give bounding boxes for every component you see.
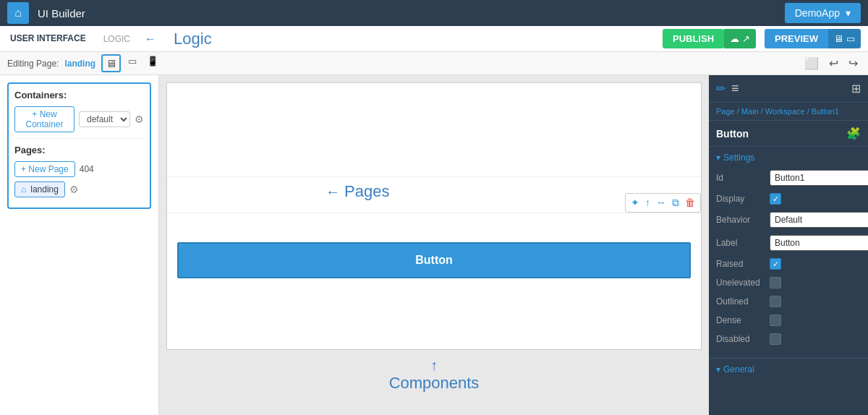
settings-label: Settings xyxy=(723,153,754,163)
setting-behavior-row: Behavior xyxy=(716,212,861,228)
components-annotation-label: Components xyxy=(389,374,480,393)
undo-icon[interactable]: ↩ xyxy=(826,55,841,72)
disabled-checkbox[interactable] xyxy=(770,333,781,345)
tablet-preview-icon[interactable]: ▭ xyxy=(846,33,855,44)
landing-home-icon: ⌂ xyxy=(21,184,26,194)
comp-add-icon[interactable]: ✦ xyxy=(629,195,642,210)
setting-outlined-row: Outlined xyxy=(716,296,861,307)
setting-dense-row: Dense xyxy=(716,315,861,326)
right-panel: ✏ ≡ ⊞ Page / Main / Workspace / Button1 … xyxy=(709,75,868,415)
general-label: General xyxy=(723,364,754,375)
component-toolbar: ✦ ↑ ↔ ⧉ 🗑 xyxy=(625,193,701,213)
outlined-checkbox[interactable] xyxy=(770,296,781,307)
settings-section: ▾ Settings Id Display ✓ Behavior Label xyxy=(709,147,868,358)
raised-check-icon: ✓ xyxy=(773,260,779,269)
panel-containers-pages: Containers: + New Container default ⚙ Pa… xyxy=(7,82,151,209)
new-page-row: + New Page 404 xyxy=(14,161,144,177)
comp-move-icon[interactable]: ↔ xyxy=(654,195,668,210)
id-input[interactable] xyxy=(770,170,868,186)
redo-icon[interactable]: ↪ xyxy=(846,55,861,72)
container-gear-icon[interactable]: ⚙ xyxy=(135,114,144,125)
pages-annotation-label: Pages xyxy=(344,182,389,201)
chevron-down-icon: ▾ xyxy=(846,7,851,19)
breadcrumb: Page / Main / Workspace / Button1 xyxy=(709,103,868,121)
canvas-top-section xyxy=(167,83,701,177)
check-icon: ✓ xyxy=(773,194,779,204)
page-404-label: 404 xyxy=(80,164,94,174)
new-page-button[interactable]: + New Page xyxy=(14,161,75,177)
unelevated-label: Unelevated xyxy=(716,278,765,288)
grid-icon[interactable]: ⊞ xyxy=(851,82,861,95)
left-panel: Containers: + New Container default ⚙ Pa… xyxy=(0,75,159,415)
publish-group: PUBLISH ☁ ↗ xyxy=(663,29,756,48)
dense-checkbox[interactable] xyxy=(770,315,781,326)
landing-gear-icon[interactable]: ⚙ xyxy=(69,184,79,195)
app-selector[interactable]: DemoApp ▾ xyxy=(785,3,861,23)
publish-icon-group: ☁ ↗ xyxy=(724,29,756,48)
general-section: ▾ General xyxy=(709,358,868,380)
section-divider xyxy=(14,138,144,139)
components-annotation: ↑ Components xyxy=(166,357,702,393)
plugin-icon[interactable]: 🧩 xyxy=(846,127,861,140)
landing-page-row: ⌂ landing ⚙ xyxy=(14,181,144,197)
pages-annotation: ← Pages xyxy=(326,182,389,201)
id-label: Id xyxy=(716,173,765,183)
tablet-icon[interactable]: ▭ xyxy=(125,54,140,72)
settings-collapse-icon: ▾ xyxy=(716,153,720,163)
raised-label: Raised xyxy=(716,259,765,269)
frame-icon[interactable]: ⬜ xyxy=(801,55,822,72)
device-icons: 🖥 ▭ 📱 xyxy=(101,54,161,72)
containers-title: Containers: xyxy=(14,90,144,100)
external-link-icon[interactable]: ↗ xyxy=(742,33,750,44)
main-layout: Containers: + New Container default ⚙ Pa… xyxy=(0,75,868,415)
pages-title: Pages: xyxy=(14,145,144,155)
general-header[interactable]: ▾ General xyxy=(716,364,861,375)
logic-arrow-icon: ← xyxy=(145,33,156,46)
new-container-button[interactable]: + New Container xyxy=(14,106,75,132)
preview-group: PREVIEW 🖥 ▭ xyxy=(765,29,861,48)
label-input[interactable] xyxy=(770,235,868,251)
components-arrow-icon: ↑ xyxy=(430,357,438,374)
editing-tools: ⬜ ↩ ↪ xyxy=(801,55,861,72)
pencil-icon[interactable]: ✏ xyxy=(716,82,726,95)
right-panel-header: ✏ ≡ ⊞ xyxy=(709,75,868,103)
landing-page-label: landing xyxy=(30,184,59,194)
canvas-mid-section xyxy=(167,177,701,213)
setting-display-row: Display ✓ xyxy=(716,193,861,205)
unelevated-checkbox[interactable] xyxy=(770,277,781,288)
preview-button[interactable]: PREVIEW xyxy=(765,29,828,48)
button-component[interactable]: Button xyxy=(177,242,691,278)
display-checkbox[interactable]: ✓ xyxy=(770,193,781,205)
raised-checkbox[interactable]: ✓ xyxy=(770,258,781,270)
desktop-icon[interactable]: 🖥 xyxy=(101,54,121,72)
desktop-preview-icon[interactable]: 🖥 xyxy=(834,33,843,44)
behavior-input[interactable] xyxy=(770,212,868,228)
comp-delete-icon[interactable]: 🗑 xyxy=(683,195,697,210)
menu-icon[interactable]: ≡ xyxy=(731,81,739,96)
component-name-row: Button 🧩 xyxy=(709,121,868,147)
mobile-icon[interactable]: 📱 xyxy=(144,54,161,72)
general-collapse-icon: ▾ xyxy=(716,364,720,375)
home-button[interactable]: ⌂ xyxy=(7,2,29,24)
label-label: Label xyxy=(716,238,765,248)
top-bar: ⌂ UI Builder DemoApp ▾ xyxy=(0,0,868,26)
tab-user-interface[interactable]: USER INTERFACE xyxy=(7,27,89,51)
settings-header[interactable]: ▾ Settings xyxy=(716,153,861,163)
behavior-label: Behavior xyxy=(716,215,765,225)
display-label: Display xyxy=(716,194,765,204)
canvas-button-section: ✦ ↑ ↔ ⧉ 🗑 Button xyxy=(167,213,701,288)
setting-id-row: Id xyxy=(716,170,861,186)
comp-up-icon[interactable]: ↑ xyxy=(643,195,652,210)
dense-label: Dense xyxy=(716,315,765,325)
button-label: Button xyxy=(415,254,453,266)
container-type-select[interactable]: default xyxy=(79,111,130,127)
logic-annotation: Logic xyxy=(174,30,212,48)
outlined-label: Outlined xyxy=(716,296,765,307)
publish-button[interactable]: PUBLISH xyxy=(663,29,724,48)
preview-icon-group: 🖥 ▭ xyxy=(828,29,861,48)
comp-copy-icon[interactable]: ⧉ xyxy=(670,195,681,210)
landing-page-item[interactable]: ⌂ landing xyxy=(14,181,65,197)
tab-logic[interactable]: LOGIC xyxy=(101,28,133,50)
disabled-label: Disabled xyxy=(716,334,765,344)
cloud-icon[interactable]: ☁ xyxy=(730,33,739,44)
